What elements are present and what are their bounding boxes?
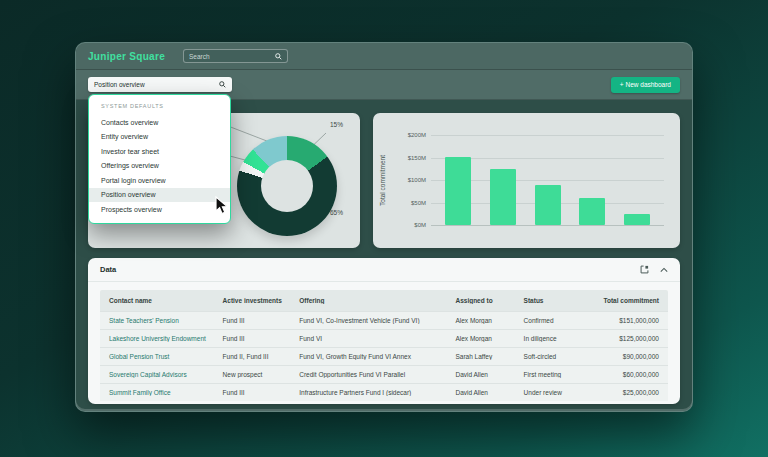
table-cell: Infrastructure Partners Fund I (sidecar) (290, 389, 446, 396)
table-row[interactable]: Lakeshore University EndowmentFund IIIFu… (100, 329, 668, 347)
column-header[interactable]: Total commitment (583, 297, 668, 304)
table-cell: Alex Morgan (446, 317, 514, 324)
table-cell: Soft-circled (515, 353, 583, 360)
table-cell: Confirmed (515, 317, 583, 324)
table-cell: In diligence (515, 335, 583, 342)
bar[interactable] (490, 169, 516, 225)
y-axis-label: Total commitment (375, 135, 389, 226)
table-cell: First meeting (515, 371, 583, 378)
table-row[interactable]: Global Pension TrustFund II, Fund IIIFun… (100, 347, 668, 365)
table-cell: Fund II, Fund III (214, 353, 291, 360)
dropdown-item[interactable]: Portal login overview (89, 173, 230, 188)
table-cell: Fund VI, Growth Equity Fund VI Annex (290, 353, 446, 360)
collapse-chevron-icon[interactable] (660, 267, 668, 273)
donut-hole (261, 160, 313, 212)
table-cell: $125,000,000 (583, 335, 668, 342)
juniper-square-logo: Juniper Square (88, 51, 165, 62)
bar-chart[interactable]: Total commitment $200M$150M$100M$50M$0M (373, 113, 680, 248)
table-row[interactable]: State Teachers' PensionFund IIIFund VI, … (100, 311, 668, 329)
bars-container (431, 135, 664, 225)
table-cell: Fund III (214, 335, 291, 342)
table-header-row: Contact nameActive investmentsOfferingAs… (100, 290, 668, 311)
x-axis-line (431, 225, 664, 226)
dashboard-search-box[interactable] (88, 77, 232, 92)
table-cell: Credit Opportunities Fund VI Parallel (290, 371, 446, 378)
dropdown-item[interactable]: Position overview (89, 188, 230, 203)
dropdown-item[interactable]: Offerings overview (89, 159, 230, 174)
expand-icon[interactable] (640, 265, 649, 274)
table-cell: New prospect (214, 371, 291, 378)
column-header[interactable]: Contact name (100, 297, 214, 304)
contact-link[interactable]: Sovereign Capital Advisors (100, 371, 214, 378)
contact-link[interactable]: Global Pension Trust (100, 353, 214, 360)
table-cell: David Allen (446, 371, 514, 378)
new-dashboard-button[interactable]: + New dashboard (611, 77, 680, 93)
data-panel-icons (640, 265, 668, 274)
dropdown-item[interactable]: Entity overview (89, 130, 230, 145)
y-tick-label: $50M (411, 200, 426, 206)
table-cell: David Allen (446, 389, 514, 396)
column-header[interactable]: Offering (290, 297, 446, 304)
table-cell: Fund VI (290, 335, 446, 342)
bar-plot-area: $200M$150M$100M$50M$0M (431, 135, 664, 225)
bar[interactable] (624, 214, 650, 225)
donut-chart[interactable] (237, 136, 337, 236)
y-tick-label: $150M (408, 155, 426, 161)
column-header[interactable]: Active investments (214, 297, 291, 304)
data-panel-title: Data (100, 265, 116, 274)
dropdown-item[interactable]: Contacts overview (89, 115, 230, 130)
global-search-box[interactable] (183, 49, 288, 63)
search-icon (275, 53, 282, 60)
contact-link[interactable]: State Teachers' Pension (100, 317, 214, 324)
y-tick-label: $200M (408, 132, 426, 138)
data-table: Contact nameActive investmentsOfferingAs… (100, 290, 668, 401)
column-header[interactable]: Status (515, 297, 583, 304)
y-tick-label: $0M (414, 222, 426, 228)
table-body: State Teachers' PensionFund IIIFund VI, … (100, 311, 668, 401)
dropdown-item[interactable]: Prospects overview (89, 202, 230, 217)
dashboard-search-input[interactable] (94, 81, 219, 88)
table-cell: Under review (515, 389, 583, 396)
table-cell: Fund III (214, 389, 291, 396)
data-panel: Data Contact nameActive investmentsOffer… (88, 258, 680, 404)
table-cell: $90,000,000 (583, 353, 668, 360)
app-header: Juniper Square (76, 43, 692, 70)
donut-label-65pct: 65% (330, 209, 343, 216)
table-cell: $60,000,000 (583, 371, 668, 378)
contact-link[interactable]: Lakeshore University Endowment (100, 335, 214, 342)
table-cell: $25,000,000 (583, 389, 668, 396)
bar-chart-card: Total commitment $200M$150M$100M$50M$0M (373, 113, 680, 248)
bar[interactable] (535, 185, 561, 226)
table-row[interactable]: Summit Family OfficeFund IIIInfrastructu… (100, 383, 668, 401)
dropdown-item[interactable]: Investor tear sheet (89, 144, 230, 159)
dropdown-section-label: SYSTEM DEFAULTS (89, 103, 230, 115)
table-cell: Sarah Laffey (446, 353, 514, 360)
search-icon (219, 81, 226, 88)
table-cell: $151,000,000 (583, 317, 668, 324)
bar[interactable] (445, 157, 471, 225)
global-search-input[interactable] (189, 53, 275, 60)
data-panel-header: Data (88, 258, 680, 282)
table-row[interactable]: Sovereign Capital AdvisorsNew prospectCr… (100, 365, 668, 383)
search-results-dropdown: SYSTEM DEFAULTS Contacts overviewEntity … (88, 94, 231, 224)
table-cell: Fund III (214, 317, 291, 324)
column-header[interactable]: Assigned to (446, 297, 514, 304)
bar[interactable] (579, 198, 605, 225)
table-cell: Fund VI, Co-Investment Vehicle (Fund VI) (290, 317, 446, 324)
mouse-cursor (215, 196, 231, 216)
dropdown-list: Contacts overviewEntity overviewInvestor… (89, 115, 230, 217)
y-tick-label: $100M (408, 177, 426, 183)
donut-label-15pct: 15% (330, 121, 343, 128)
contact-link[interactable]: Summit Family Office (100, 389, 214, 396)
table-cell: Alex Morgan (446, 335, 514, 342)
